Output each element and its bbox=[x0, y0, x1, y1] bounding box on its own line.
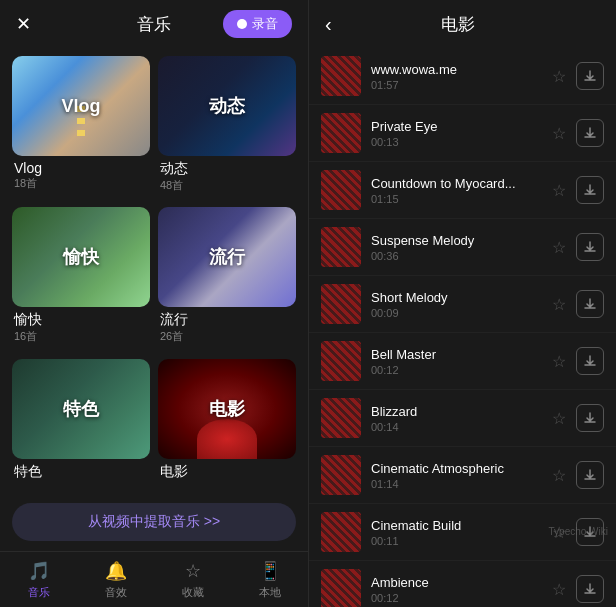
download-button[interactable] bbox=[576, 404, 604, 432]
nav-local-label: 本地 bbox=[259, 585, 281, 600]
favorite-icon[interactable]: ☆ bbox=[552, 124, 566, 143]
category-happy[interactable]: 愉快 bbox=[12, 207, 150, 307]
download-button[interactable] bbox=[576, 461, 604, 489]
phone-icon: 📱 bbox=[259, 560, 281, 582]
list-item[interactable]: 动态 动态 48首 bbox=[158, 56, 296, 199]
category-label: 流行 bbox=[209, 245, 245, 269]
music-thumbnail bbox=[321, 170, 361, 210]
download-icon bbox=[583, 411, 597, 425]
music-actions: ☆ bbox=[552, 233, 604, 261]
list-item[interactable]: Vlog Vlog 18首 bbox=[12, 56, 150, 199]
music-name: Blizzard bbox=[371, 404, 542, 419]
download-button[interactable] bbox=[576, 347, 604, 375]
favorite-icon[interactable]: ☆ bbox=[552, 181, 566, 200]
music-duration: 00:12 bbox=[371, 592, 542, 604]
nav-effects-label: 音效 bbox=[105, 585, 127, 600]
category-count: 16首 bbox=[14, 329, 148, 344]
favorite-icon[interactable]: ☆ bbox=[552, 295, 566, 314]
music-info: www.wowa.me 01:57 bbox=[371, 62, 542, 91]
music-name: Short Melody bbox=[371, 290, 542, 305]
list-item[interactable]: 愉快 愉快 16首 bbox=[12, 207, 150, 350]
favorite-icon[interactable]: ☆ bbox=[552, 67, 566, 86]
music-thumbnail bbox=[321, 455, 361, 495]
table-row[interactable]: Cinematic Atmospheric 01:14 ☆ bbox=[309, 447, 616, 504]
music-info: Private Eye 00:13 bbox=[371, 119, 542, 148]
mic-icon bbox=[237, 19, 247, 29]
category-title: Vlog bbox=[14, 160, 148, 176]
table-row[interactable]: Blizzard 00:14 ☆ bbox=[309, 390, 616, 447]
favorite-icon[interactable]: ☆ bbox=[552, 466, 566, 485]
close-button[interactable]: ✕ bbox=[16, 13, 31, 35]
category-special[interactable]: 特色 bbox=[12, 359, 150, 459]
music-info: Bell Master 00:12 bbox=[371, 347, 542, 376]
category-count: 48首 bbox=[160, 178, 294, 193]
download-button[interactable] bbox=[576, 62, 604, 90]
favorite-icon[interactable]: ☆ bbox=[552, 238, 566, 257]
download-button[interactable] bbox=[576, 575, 604, 603]
favorite-icon[interactable]: ☆ bbox=[552, 409, 566, 428]
download-icon bbox=[583, 297, 597, 311]
category-popular[interactable]: 流行 bbox=[158, 207, 296, 307]
music-name: Cinematic Build bbox=[371, 518, 542, 533]
favorite-icon[interactable]: ☆ bbox=[552, 580, 566, 599]
back-button[interactable]: ‹ bbox=[325, 13, 332, 36]
table-row[interactable]: Private Eye 00:13 ☆ bbox=[309, 105, 616, 162]
left-header: ✕ 音乐 录音 bbox=[0, 0, 308, 48]
record-button[interactable]: 录音 bbox=[223, 10, 292, 38]
music-thumbnail bbox=[321, 512, 361, 552]
favorite-icon[interactable]: ☆ bbox=[552, 352, 566, 371]
nav-music[interactable]: 🎵 音乐 bbox=[0, 552, 77, 607]
music-name: Countdown to Myocard... bbox=[371, 176, 542, 191]
download-icon bbox=[583, 354, 597, 368]
table-row[interactable]: Bell Master 00:12 ☆ bbox=[309, 333, 616, 390]
download-icon bbox=[583, 183, 597, 197]
download-button[interactable] bbox=[576, 233, 604, 261]
category-label: Vlog bbox=[62, 96, 101, 117]
music-duration: 00:09 bbox=[371, 307, 542, 319]
list-item[interactable]: 电影 电影 bbox=[158, 359, 296, 487]
left-panel: ✕ 音乐 录音 Vlog Vlog 18首 动态 bbox=[0, 0, 308, 607]
category-count: 26首 bbox=[160, 329, 294, 344]
category-label: 动态 bbox=[209, 94, 245, 118]
music-actions: ☆ bbox=[552, 575, 604, 603]
music-thumbnail bbox=[321, 227, 361, 267]
bottom-navigation: 🎵 音乐 🔔 音效 ☆ 收藏 📱 本地 bbox=[0, 551, 308, 607]
nav-favorites-label: 收藏 bbox=[182, 585, 204, 600]
music-info: Countdown to Myocard... 01:15 bbox=[371, 176, 542, 205]
music-actions: ☆ bbox=[552, 404, 604, 432]
table-row[interactable]: Countdown to Myocard... 01:15 ☆ bbox=[309, 162, 616, 219]
download-button[interactable] bbox=[576, 176, 604, 204]
category-vlog[interactable]: Vlog bbox=[12, 56, 150, 156]
nav-effects[interactable]: 🔔 音效 bbox=[77, 552, 154, 607]
star-icon: ☆ bbox=[185, 560, 201, 582]
nav-local[interactable]: 📱 本地 bbox=[231, 552, 308, 607]
music-duration: 01:14 bbox=[371, 478, 542, 490]
music-name: Bell Master bbox=[371, 347, 542, 362]
music-list: www.wowa.me 01:57 ☆ Private Eye 00:13 ☆ bbox=[309, 48, 616, 607]
category-title: 特色 bbox=[14, 463, 148, 481]
table-row[interactable]: Suspense Melody 00:36 ☆ bbox=[309, 219, 616, 276]
music-duration: 01:57 bbox=[371, 79, 542, 91]
category-title: 愉快 bbox=[14, 311, 148, 329]
music-actions: ☆ bbox=[552, 62, 604, 90]
download-button[interactable] bbox=[576, 290, 604, 318]
nav-favorites[interactable]: ☆ 收藏 bbox=[154, 552, 231, 607]
right-header: ‹ 电影 bbox=[309, 0, 616, 48]
list-item[interactable]: 特色 特色 bbox=[12, 359, 150, 487]
table-row[interactable]: Ambience 00:12 ☆ bbox=[309, 561, 616, 607]
table-row[interactable]: Short Melody 00:09 ☆ bbox=[309, 276, 616, 333]
download-icon bbox=[583, 69, 597, 83]
music-actions: ☆ bbox=[552, 119, 604, 147]
extract-music-button[interactable]: 从视频中提取音乐 >> bbox=[12, 503, 296, 541]
download-icon bbox=[583, 126, 597, 140]
category-movie[interactable]: 电影 bbox=[158, 359, 296, 459]
music-thumbnail bbox=[321, 569, 361, 607]
download-button[interactable] bbox=[576, 119, 604, 147]
music-name: Ambience bbox=[371, 575, 542, 590]
download-icon bbox=[583, 582, 597, 596]
list-item[interactable]: 流行 流行 26首 bbox=[158, 207, 296, 350]
table-row[interactable]: www.wowa.me 01:57 ☆ bbox=[309, 48, 616, 105]
category-dynamic[interactable]: 动态 bbox=[158, 56, 296, 156]
download-icon bbox=[583, 468, 597, 482]
category-title: 电影 bbox=[160, 463, 294, 481]
